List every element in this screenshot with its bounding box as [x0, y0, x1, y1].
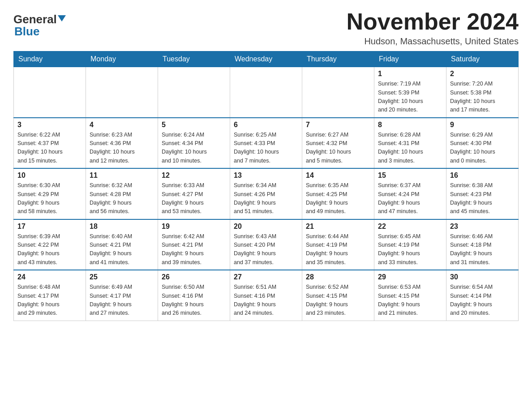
- day-number: 7: [306, 121, 370, 129]
- weekday-header-row: Sunday Monday Tuesday Wednesday Thursday…: [14, 51, 519, 67]
- day-info: Sunrise: 6:53 AM Sunset: 4:15 PM Dayligh…: [378, 283, 442, 318]
- day-info: Sunrise: 6:42 AM Sunset: 4:21 PM Dayligh…: [162, 232, 226, 267]
- day-info: Sunrise: 6:52 AM Sunset: 4:15 PM Dayligh…: [306, 283, 370, 318]
- day-info: Sunrise: 6:54 AM Sunset: 4:14 PM Dayligh…: [450, 283, 515, 318]
- day-number: 22: [378, 223, 442, 231]
- day-number: 2: [450, 70, 515, 78]
- day-info: Sunrise: 6:44 AM Sunset: 4:19 PM Dayligh…: [306, 232, 370, 267]
- calendar-cell: 20Sunrise: 6:43 AM Sunset: 4:20 PM Dayli…: [230, 219, 302, 270]
- day-info: Sunrise: 6:37 AM Sunset: 4:24 PM Dayligh…: [378, 181, 442, 216]
- calendar-cell: 16Sunrise: 6:38 AM Sunset: 4:23 PM Dayli…: [446, 168, 519, 219]
- day-info: Sunrise: 6:51 AM Sunset: 4:16 PM Dayligh…: [234, 283, 298, 318]
- calendar-cell: 22Sunrise: 6:45 AM Sunset: 4:19 PM Dayli…: [374, 219, 446, 270]
- day-number: 25: [90, 273, 154, 281]
- day-number: 11: [90, 171, 154, 180]
- logo-blue: Blue: [13, 25, 39, 39]
- day-info: Sunrise: 6:38 AM Sunset: 4:23 PM Dayligh…: [450, 181, 515, 216]
- day-info: Sunrise: 6:24 AM Sunset: 4:34 PM Dayligh…: [162, 131, 226, 166]
- calendar-cell: 7Sunrise: 6:27 AM Sunset: 4:32 PM Daylig…: [302, 118, 374, 169]
- day-info: Sunrise: 6:45 AM Sunset: 4:19 PM Dayligh…: [378, 232, 442, 267]
- day-number: 14: [306, 171, 370, 180]
- day-number: 3: [17, 121, 82, 129]
- day-number: 27: [234, 273, 298, 281]
- day-info: Sunrise: 6:40 AM Sunset: 4:21 PM Dayligh…: [90, 232, 154, 267]
- calendar-cell: 28Sunrise: 6:52 AM Sunset: 4:15 PM Dayli…: [302, 270, 374, 321]
- day-info: Sunrise: 6:35 AM Sunset: 4:25 PM Dayligh…: [306, 181, 370, 216]
- header-tuesday: Tuesday: [158, 51, 230, 67]
- calendar-table: Sunday Monday Tuesday Wednesday Thursday…: [13, 51, 519, 321]
- calendar-cell: 12Sunrise: 6:33 AM Sunset: 4:27 PM Dayli…: [158, 168, 230, 219]
- calendar-cell: 30Sunrise: 6:54 AM Sunset: 4:14 PM Dayli…: [446, 270, 519, 321]
- day-info: Sunrise: 6:27 AM Sunset: 4:32 PM Dayligh…: [306, 131, 370, 166]
- calendar-cell: 25Sunrise: 6:49 AM Sunset: 4:17 PM Dayli…: [86, 270, 158, 321]
- calendar-cell: 9Sunrise: 6:29 AM Sunset: 4:30 PM Daylig…: [446, 118, 519, 169]
- day-number: 4: [90, 121, 154, 129]
- day-info: Sunrise: 6:39 AM Sunset: 4:22 PM Dayligh…: [17, 232, 82, 267]
- day-number: 24: [17, 273, 82, 281]
- calendar-cell: 21Sunrise: 6:44 AM Sunset: 4:19 PM Dayli…: [302, 219, 374, 270]
- day-number: 30: [450, 273, 515, 281]
- day-number: 16: [450, 171, 515, 180]
- day-number: 12: [162, 171, 226, 180]
- calendar-cell: 19Sunrise: 6:42 AM Sunset: 4:21 PM Dayli…: [158, 219, 230, 270]
- calendar-week-row-5: 24Sunrise: 6:48 AM Sunset: 4:17 PM Dayli…: [14, 270, 519, 321]
- calendar-cell: 26Sunrise: 6:50 AM Sunset: 4:16 PM Dayli…: [158, 270, 230, 321]
- title-area: November 2024 Hudson, Massachusetts, Uni…: [347, 9, 519, 47]
- day-info: Sunrise: 6:25 AM Sunset: 4:33 PM Dayligh…: [234, 131, 298, 166]
- day-info: Sunrise: 6:23 AM Sunset: 4:36 PM Dayligh…: [90, 131, 154, 166]
- month-title: November 2024: [347, 9, 519, 34]
- day-info: Sunrise: 6:22 AM Sunset: 4:37 PM Dayligh…: [17, 131, 82, 166]
- day-number: 13: [234, 171, 298, 180]
- day-number: 28: [306, 273, 370, 281]
- calendar-cell: [158, 67, 230, 118]
- day-number: 18: [90, 223, 154, 231]
- calendar-cell: 10Sunrise: 6:30 AM Sunset: 4:29 PM Dayli…: [14, 168, 86, 219]
- day-number: 21: [306, 223, 370, 231]
- header-monday: Monday: [86, 51, 158, 67]
- day-number: 1: [378, 70, 442, 78]
- calendar-cell: 27Sunrise: 6:51 AM Sunset: 4:16 PM Dayli…: [230, 270, 302, 321]
- day-number: 20: [234, 223, 298, 231]
- calendar-cell: 23Sunrise: 6:46 AM Sunset: 4:18 PM Dayli…: [446, 219, 519, 270]
- calendar-cell: [86, 67, 158, 118]
- day-info: Sunrise: 6:48 AM Sunset: 4:17 PM Dayligh…: [17, 283, 82, 318]
- logo-triangle-icon: [58, 15, 66, 21]
- day-info: Sunrise: 6:28 AM Sunset: 4:31 PM Dayligh…: [378, 131, 442, 166]
- header-sunday: Sunday: [14, 51, 86, 67]
- day-number: 15: [378, 171, 442, 180]
- calendar-cell: 5Sunrise: 6:24 AM Sunset: 4:34 PM Daylig…: [158, 118, 230, 169]
- calendar-cell: 17Sunrise: 6:39 AM Sunset: 4:22 PM Dayli…: [14, 219, 86, 270]
- calendar-cell: [302, 67, 374, 118]
- header-thursday: Thursday: [302, 51, 374, 67]
- calendar-cell: 14Sunrise: 6:35 AM Sunset: 4:25 PM Dayli…: [302, 168, 374, 219]
- calendar-cell: [14, 67, 86, 118]
- calendar-week-row-3: 10Sunrise: 6:30 AM Sunset: 4:29 PM Dayli…: [14, 168, 519, 219]
- day-info: Sunrise: 6:43 AM Sunset: 4:20 PM Dayligh…: [234, 232, 298, 267]
- calendar-cell: 6Sunrise: 6:25 AM Sunset: 4:33 PM Daylig…: [230, 118, 302, 169]
- calendar-week-row-4: 17Sunrise: 6:39 AM Sunset: 4:22 PM Dayli…: [14, 219, 519, 270]
- day-info: Sunrise: 6:30 AM Sunset: 4:29 PM Dayligh…: [17, 181, 82, 216]
- day-info: Sunrise: 6:49 AM Sunset: 4:17 PM Dayligh…: [90, 283, 154, 318]
- calendar-cell: 18Sunrise: 6:40 AM Sunset: 4:21 PM Dayli…: [86, 219, 158, 270]
- day-number: 10: [17, 171, 82, 180]
- calendar-week-row-2: 3Sunrise: 6:22 AM Sunset: 4:37 PM Daylig…: [14, 118, 519, 169]
- page-header: General Blue November 2024 Hudson, Massa…: [13, 9, 519, 47]
- calendar-cell: 2Sunrise: 7:20 AM Sunset: 5:38 PM Daylig…: [446, 67, 519, 118]
- day-number: 26: [162, 273, 226, 281]
- day-number: 5: [162, 121, 226, 129]
- day-number: 17: [17, 223, 82, 231]
- day-info: Sunrise: 6:29 AM Sunset: 4:30 PM Dayligh…: [450, 131, 515, 166]
- calendar-cell: 29Sunrise: 6:53 AM Sunset: 4:15 PM Dayli…: [374, 270, 446, 321]
- day-number: 8: [378, 121, 442, 129]
- calendar-cell: [230, 67, 302, 118]
- header-saturday: Saturday: [446, 51, 519, 67]
- calendar-cell: 1Sunrise: 7:19 AM Sunset: 5:39 PM Daylig…: [374, 67, 446, 118]
- day-number: 9: [450, 121, 515, 129]
- day-info: Sunrise: 6:33 AM Sunset: 4:27 PM Dayligh…: [162, 181, 226, 216]
- day-info: Sunrise: 6:46 AM Sunset: 4:18 PM Dayligh…: [450, 232, 515, 267]
- day-info: Sunrise: 7:19 AM Sunset: 5:39 PM Dayligh…: [378, 80, 442, 115]
- calendar-cell: 13Sunrise: 6:34 AM Sunset: 4:26 PM Dayli…: [230, 168, 302, 219]
- calendar-cell: 8Sunrise: 6:28 AM Sunset: 4:31 PM Daylig…: [374, 118, 446, 169]
- calendar-cell: 3Sunrise: 6:22 AM Sunset: 4:37 PM Daylig…: [14, 118, 86, 169]
- calendar-cell: 11Sunrise: 6:32 AM Sunset: 4:28 PM Dayli…: [86, 168, 158, 219]
